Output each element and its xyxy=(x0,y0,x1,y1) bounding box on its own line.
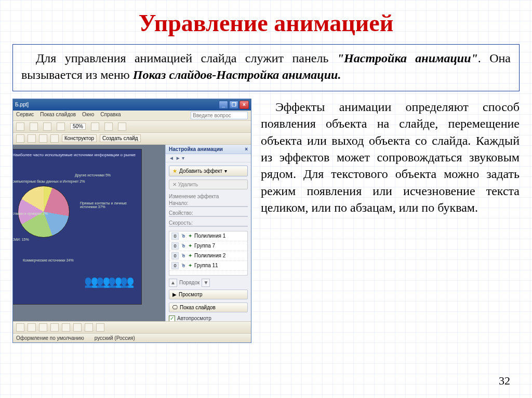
slide-canvas[interactable]: Наиболее часто используемые источники ин… xyxy=(13,149,142,305)
new-slide-button[interactable]: Создать слайд xyxy=(100,134,141,142)
effect-type-icon: ✦ xyxy=(188,233,192,239)
font-icon[interactable] xyxy=(50,134,59,143)
draw-icon[interactable] xyxy=(16,323,24,332)
slide-edit-area[interactable]: Наиболее часто используемые источники ин… xyxy=(13,145,165,321)
tool-icon[interactable] xyxy=(57,122,65,131)
task-pane-close-icon[interactable]: × xyxy=(245,146,248,152)
intro-em1: "Настройка анимации" xyxy=(337,51,478,65)
slide-title: Управление анимацией xyxy=(0,0,532,44)
question-input[interactable] xyxy=(191,112,248,119)
preview-label: Просмотр xyxy=(179,292,203,297)
chart-label: Компьютерные базы данных и Интернет 2% xyxy=(13,180,85,183)
autopreview-label: Автопросмотр xyxy=(177,315,211,321)
minimize-button[interactable]: _ xyxy=(219,101,228,109)
chart-label: СМИ: 15% xyxy=(13,238,29,241)
draw-icon[interactable] xyxy=(39,323,47,332)
dropdown-icon: ▾ xyxy=(224,168,227,174)
tool-icon[interactable] xyxy=(118,122,126,131)
speed-label: Скорость: xyxy=(169,220,248,226)
draw-icon[interactable] xyxy=(96,323,104,332)
change-effect-heading: Изменение эффекта xyxy=(169,194,248,199)
embedded-screenshot: Б.ppt] _ ❐ × Сервис Показ слайдов Окно С… xyxy=(12,99,251,343)
body-text: Эффекты анимации определяют способ появл… xyxy=(261,100,520,214)
window-title: Б.ppt] xyxy=(15,102,29,107)
effect-row[interactable]: 0🖱✦Группа 7 xyxy=(169,241,247,251)
draw-icon[interactable] xyxy=(50,323,59,332)
slideshow-button[interactable]: 🖵 Показ слайдов xyxy=(169,303,248,312)
italic-icon[interactable] xyxy=(28,134,36,143)
animation-task-pane: Настройка анимации × ◄ ► ▾ ★ Добавить эф… xyxy=(165,145,251,321)
close-button[interactable]: × xyxy=(240,101,249,109)
intro-part1: Для управления анимацией слайда служит п… xyxy=(36,51,337,65)
menu-help[interactable]: Справка xyxy=(100,112,121,119)
status-design: Оформление по умолчанию xyxy=(16,335,84,341)
task-pane-title: Настройка анимации xyxy=(169,146,223,152)
order-up-button[interactable]: ▲ xyxy=(169,279,177,287)
slideshow-label: Показ слайдов xyxy=(180,305,216,310)
clipart-people-icon[interactable]: 👥👥👥👥 xyxy=(84,275,132,289)
chart-label: Прямые контакты и личные источники 37% xyxy=(80,201,137,209)
effect-index: 0 xyxy=(171,262,179,269)
effect-row[interactable]: 0🖱✦Группа 11 xyxy=(169,261,247,271)
effect-row[interactable]: 0🖱✦Полилиния 1 xyxy=(169,231,247,241)
start-combo[interactable] xyxy=(169,206,248,207)
effect-name: Группа 11 xyxy=(194,263,218,268)
property-label: Свойство: xyxy=(169,210,248,216)
preview-button[interactable]: ▶ Просмотр xyxy=(169,290,248,299)
tool-icon[interactable] xyxy=(16,122,24,131)
align-icon[interactable] xyxy=(39,134,47,143)
remove-button[interactable]: ✕ Удалить xyxy=(169,180,248,189)
menu-slideshow[interactable]: Показ слайдов xyxy=(40,112,76,119)
menu-window[interactable]: Окно xyxy=(82,112,94,119)
property-combo[interactable] xyxy=(169,216,248,217)
maximize-button[interactable]: ❐ xyxy=(229,101,238,109)
chart-label: Коммерческие источники 24% xyxy=(23,258,74,262)
start-label: Начало: xyxy=(169,200,248,206)
add-effect-label: Добавить эффект xyxy=(179,168,222,174)
tool-icon[interactable] xyxy=(104,122,113,131)
zoom-combo[interactable]: 50% xyxy=(70,123,86,130)
draw-icon[interactable] xyxy=(73,323,82,332)
page-number: 32 xyxy=(499,374,510,388)
status-language: русский (Россия) xyxy=(95,335,135,341)
standard-toolbar: 50% xyxy=(13,121,251,133)
effect-type-icon: ✦ xyxy=(188,253,192,258)
effects-list[interactable]: 0🖱✦Полилиния 1 0🖱✦Группа 7 0🖱✦Полилиния … xyxy=(169,231,248,276)
effect-name: Полилиния 2 xyxy=(194,253,225,258)
order-down-button[interactable]: ▼ xyxy=(202,279,210,287)
draw-icon[interactable] xyxy=(85,323,93,332)
mouse-icon: 🖱 xyxy=(181,263,186,268)
remove-label: Удалить xyxy=(178,182,198,187)
effect-index: 0 xyxy=(171,242,179,250)
tool-icon[interactable] xyxy=(43,122,51,131)
mouse-icon: 🖱 xyxy=(181,253,186,258)
draw-icon[interactable] xyxy=(62,323,70,332)
menu-service[interactable]: Сервис xyxy=(16,112,34,119)
add-effect-button[interactable]: ★ Добавить эффект ▾ xyxy=(169,166,248,176)
tool-icon[interactable] xyxy=(30,122,38,131)
designer-button[interactable]: Конструктор xyxy=(62,134,97,142)
effect-index: 0 xyxy=(171,252,179,259)
star-icon: ★ xyxy=(172,168,177,174)
status-bar: Оформление по умолчанию русский (Россия) xyxy=(13,333,251,342)
bold-icon[interactable] xyxy=(16,134,24,143)
format-toolbar: Конструктор Создать слайд xyxy=(13,133,251,145)
chart-label: Другие источники 5% xyxy=(75,173,111,177)
chart-label: Выставки и ярмарки 2% xyxy=(13,212,48,215)
drawing-toolbar xyxy=(13,321,251,333)
effect-index: 0 xyxy=(171,232,179,240)
speed-combo[interactable] xyxy=(169,226,248,227)
intro-box: Для управления анимацией слайда служит п… xyxy=(12,44,520,91)
menu-bar: Сервис Показ слайдов Окно Справка xyxy=(13,111,251,121)
body-paragraph: Эффекты анимации определяют способ появл… xyxy=(261,99,520,343)
mouse-icon: 🖱 xyxy=(181,243,186,249)
task-pane-nav[interactable]: ◄ ► ▾ xyxy=(166,154,251,162)
mouse-icon: 🖱 xyxy=(181,233,186,239)
effect-name: Полилиния 1 xyxy=(194,233,225,239)
slide-content-title: Наиболее часто используемые источники ин… xyxy=(13,153,136,157)
tool-icon[interactable] xyxy=(91,122,99,131)
effect-type-icon: ✦ xyxy=(188,263,192,268)
effect-row[interactable]: 0🖱✦Полилиния 2 xyxy=(169,251,247,261)
window-titlebar: Б.ppt] _ ❐ × xyxy=(13,99,251,111)
draw-icon[interactable] xyxy=(28,323,36,332)
